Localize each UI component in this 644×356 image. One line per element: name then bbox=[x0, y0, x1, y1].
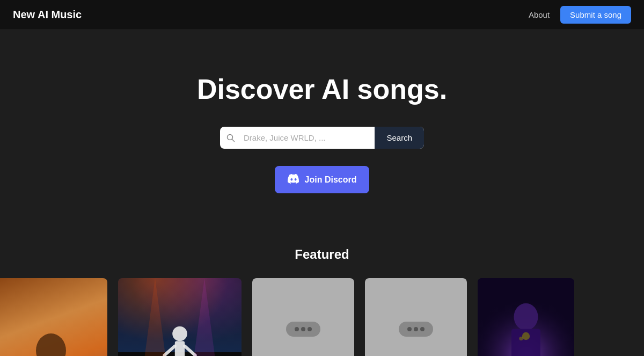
discord-label: Join Discord bbox=[305, 175, 357, 185]
hero-title: Discover AI songs. bbox=[197, 73, 447, 105]
featured-cards-row: - lucid dreams (ai cover) i bbox=[0, 278, 644, 356]
discord-icon bbox=[288, 172, 299, 187]
header: New AI Music About Submit a song bbox=[0, 0, 644, 30]
hero-section: Discover AI songs. Search Join Discord bbox=[0, 30, 644, 226]
featured-title: Featured bbox=[0, 247, 644, 262]
search-button[interactable]: Search bbox=[375, 127, 424, 149]
list-item[interactable]: Cupid - The Weeknd [AI Cover] Krypt's AI… bbox=[360, 278, 472, 356]
card-thumbnail bbox=[365, 278, 467, 356]
svg-marker-17 bbox=[192, 278, 217, 356]
svg-marker-16 bbox=[143, 278, 167, 356]
list-item[interactable]: Hurricane (44phantom) - Juice WRLD AI Sh… bbox=[247, 278, 360, 356]
svg-point-22 bbox=[522, 332, 530, 340]
list-item[interactable]: Travis Scott - Ice Cubes [AI] Travis Sco… bbox=[472, 278, 580, 356]
svg-point-2 bbox=[36, 333, 66, 356]
thumbnail-placeholder bbox=[252, 278, 354, 356]
list-item[interactable]: Juice WRLD - What Just Happened (Kid Lar… bbox=[113, 278, 247, 356]
card-thumbnail bbox=[0, 278, 107, 356]
site-logo: New AI Music bbox=[13, 9, 82, 21]
about-button[interactable]: About bbox=[529, 10, 550, 19]
thumbnail-image bbox=[478, 278, 574, 356]
svg-rect-5 bbox=[175, 341, 185, 356]
svg-line-6 bbox=[164, 346, 175, 355]
placeholder-dots bbox=[286, 322, 320, 337]
list-item[interactable]: - lucid dreams (ai cover) i bbox=[0, 278, 113, 356]
search-icon bbox=[220, 134, 241, 142]
svg-point-20 bbox=[514, 303, 538, 330]
thumbnail-image bbox=[0, 278, 107, 356]
submit-song-button[interactable]: Submit a song bbox=[560, 6, 631, 24]
search-input[interactable] bbox=[241, 127, 375, 149]
discord-button[interactable]: Join Discord bbox=[275, 166, 370, 193]
thumbnail-image bbox=[118, 278, 241, 356]
placeholder-dots bbox=[399, 322, 433, 337]
card-thumbnail bbox=[478, 278, 574, 356]
thumbnail-placeholder bbox=[365, 278, 467, 356]
svg-line-1 bbox=[232, 139, 235, 141]
svg-line-7 bbox=[185, 346, 195, 355]
search-bar: Search bbox=[220, 127, 424, 149]
featured-section: Featured - lucid dreams (ai cover) i bbox=[0, 226, 644, 356]
svg-point-23 bbox=[519, 337, 523, 340]
svg-point-4 bbox=[172, 326, 187, 342]
card-thumbnail bbox=[118, 278, 241, 356]
card-thumbnail bbox=[252, 278, 354, 356]
header-nav: About Submit a song bbox=[529, 6, 631, 24]
